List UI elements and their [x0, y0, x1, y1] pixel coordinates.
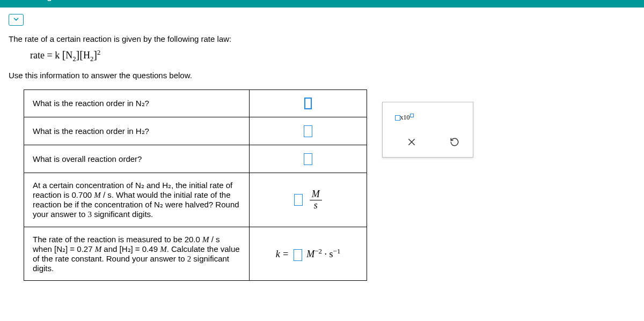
undo-icon	[450, 137, 459, 148]
table-row: At a certain concentration of N₂ and H₂,…	[24, 173, 367, 227]
q3-text: What is overall reaction order?	[24, 145, 250, 173]
q3-answer-cell[interactable]	[250, 145, 367, 173]
q5-text: The rate of the reaction is measured to …	[24, 227, 250, 281]
q4-text: At a certain concentration of N₂ and H₂,…	[24, 173, 250, 227]
numeric-input[interactable]	[304, 125, 312, 137]
table-row: What is the reaction order in N₂?	[24, 89, 367, 117]
close-icon	[407, 137, 416, 148]
numeric-input[interactable]	[294, 249, 302, 261]
q2-answer-cell[interactable]	[250, 117, 367, 145]
q5-answer-cell[interactable]: k = M−2 · s−1	[250, 227, 367, 281]
clear-button[interactable]	[401, 135, 422, 151]
reset-button[interactable]	[444, 135, 465, 151]
collapse-toggle[interactable]	[9, 14, 24, 26]
questions-table: What is the reaction order in N₂? What i…	[24, 89, 367, 281]
q2-text: What is the reaction order in H₂?	[24, 117, 250, 145]
numeric-input[interactable]	[294, 194, 303, 206]
tool-palette: x10	[382, 102, 473, 158]
rate-law-formula: rate = k [N2][H2]2	[30, 49, 635, 63]
scientific-notation-button[interactable]: x10	[393, 109, 415, 125]
table-row: The rate of the reaction is measured to …	[24, 227, 367, 281]
q4-answer-cell[interactable]: M s	[250, 173, 367, 227]
chevron-down-icon	[12, 16, 20, 25]
table-row: What is overall reaction order?	[24, 145, 367, 173]
table-row: What is the reaction order in H₂?	[24, 117, 367, 145]
q1-answer-cell[interactable]	[250, 89, 367, 117]
question-body: The rate of a certain reaction is given …	[0, 26, 644, 281]
intro-line-1: The rate of a certain reaction is given …	[9, 34, 635, 43]
intro-line-2: Use this information to answer the quest…	[9, 71, 635, 80]
app-header: Using a rate law	[0, 0, 644, 8]
numeric-input[interactable]	[304, 153, 312, 165]
q1-text: What is the reaction order in N₂?	[24, 89, 250, 117]
unit-fraction: M s	[310, 189, 322, 211]
numeric-input[interactable]	[304, 98, 312, 109]
